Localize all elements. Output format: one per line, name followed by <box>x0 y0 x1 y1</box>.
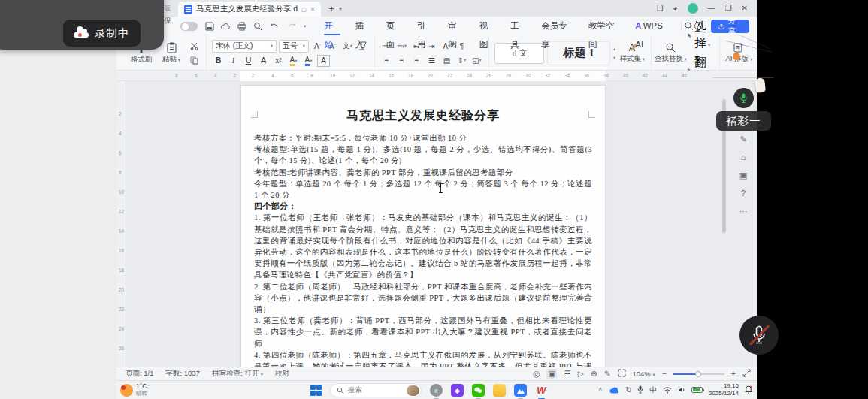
numbering-icon[interactable]: ≕▾ <box>395 40 408 52</box>
volume-icon[interactable] <box>678 383 685 397</box>
eye-protect-icon[interactable]: ◎ <box>533 370 540 378</box>
copy-icon[interactable] <box>188 54 201 66</box>
read-mode-icon[interactable]: ▷ <box>578 370 584 378</box>
side-edit-icon[interactable]: ✎ <box>739 135 746 144</box>
document-page[interactable]: 马克思主义发展史经验分享 考核方案：平时:期末=5:5，每位老师 10 分+课堂… <box>240 85 606 367</box>
onedrive-cloud-icon[interactable] <box>609 383 619 397</box>
change-case-icon[interactable]: 文▾ <box>341 40 354 52</box>
qat-caret-icon[interactable]: ▾ <box>304 23 306 29</box>
cloud-sync-icon[interactable] <box>221 22 231 31</box>
cut-icon[interactable] <box>188 40 201 52</box>
minimize-button[interactable]: — <box>708 5 715 12</box>
distribute-icon[interactable]: ▤ <box>440 54 453 66</box>
fullscreen-icon[interactable] <box>742 369 751 379</box>
undo-icon[interactable] <box>269 22 280 31</box>
share-button[interactable]: 分享 <box>711 20 749 33</box>
app-blue-icon[interactable] <box>514 384 527 397</box>
ribbon-tab-视图[interactable]: 视图 <box>472 17 503 36</box>
zoom-slider[interactable] <box>673 373 724 375</box>
mute-microphone-button[interactable] <box>739 316 779 355</box>
new-tab-button[interactable]: + <box>321 3 339 14</box>
highlight-button[interactable]: A▾ <box>287 55 300 67</box>
horizontal-ruler[interactable]: 8642246810121416182022242628303234363840… <box>116 71 757 81</box>
italic-button[interactable]: I <box>227 55 240 67</box>
proofread-button[interactable]: 校对 <box>275 369 289 379</box>
style-normal[interactable]: 正文 <box>494 43 544 64</box>
multi-window-icon[interactable]: ❑ <box>657 5 664 12</box>
font-color-button[interactable]: A▾ <box>302 55 315 67</box>
ribbon-tab-开始[interactable]: 开始 <box>316 17 347 36</box>
font-size-select[interactable]: 五号▾ <box>279 40 309 53</box>
ime-indicator[interactable]: 中 <box>649 386 657 394</box>
ribbon-tab-引用[interactable]: 引用 <box>410 17 440 36</box>
ribbon-tab-审阅[interactable]: 审阅 <box>440 17 471 36</box>
ribbon-tab-工具[interactable]: 工具 <box>503 17 534 36</box>
side-card-icon[interactable]: ▣ <box>739 171 747 180</box>
app-purple-icon[interactable]: ◆ <box>451 384 464 397</box>
taskbar-search[interactable]: 搜索 <box>330 383 422 397</box>
strikethrough-button[interactable]: A <box>257 55 270 67</box>
char-shading-button[interactable]: A <box>317 55 330 67</box>
zoom-out-button[interactable]: − <box>662 370 667 378</box>
fit-page-icon[interactable] <box>618 369 626 379</box>
page-view-icon[interactable]: ▣ <box>546 369 557 379</box>
justify-icon[interactable]: ☰ <box>425 54 438 66</box>
sync-icon[interactable]: ↻ <box>625 386 631 394</box>
recording-indicator[interactable]: 录制中 <box>63 20 141 47</box>
document-area[interactable]: 2468101214161820222426 马克思主义发展史经验分享 考核方案… <box>116 81 757 367</box>
print-preview-icon[interactable] <box>253 22 262 31</box>
vertical-ruler[interactable]: 2468101214161820222426 <box>116 81 126 367</box>
tab-close-icon[interactable]: ✕ <box>310 6 316 13</box>
file-explorer-icon[interactable] <box>493 384 506 397</box>
align-center-icon[interactable]: ≡ <box>395 54 408 66</box>
edit-mode-icon[interactable]: ✎ <box>604 370 611 378</box>
notification-bell-icon[interactable] <box>745 383 752 397</box>
wechat-icon[interactable] <box>472 384 485 397</box>
globe-icon[interactable]: ◕ <box>673 5 678 12</box>
wifi-icon[interactable] <box>663 383 672 397</box>
save-icon[interactable] <box>205 22 214 31</box>
superscript-button[interactable]: x² <box>272 55 285 67</box>
taskbar-weather-widget[interactable]: 1°C 晴转 <box>116 383 147 397</box>
font-name-select[interactable]: 宋体 (正文)▾ <box>212 40 277 53</box>
tab-list-caret-icon[interactable]: ▾ <box>339 5 342 12</box>
app-browser-icon[interactable]: e <box>430 384 443 397</box>
close-button[interactable]: ✕ <box>742 5 748 12</box>
start-button[interactable] <box>310 385 322 396</box>
style-down-icon[interactable]: ▾ <box>613 55 615 61</box>
paragraph-mark-icon[interactable]: ¶ <box>455 40 468 52</box>
document-tab[interactable]: 马克思主义发展史经验分享.d ◻ ✕ <box>178 2 321 17</box>
increase-indent-icon[interactable]: ⇥ <box>425 40 438 52</box>
web-view-icon[interactable]: ⊕ <box>591 370 597 378</box>
select-button[interactable]: 选择 ▾ <box>687 20 714 51</box>
ribbon-tab-教学空间[interactable]: 教学空间 <box>581 17 628 36</box>
taskbar-clock[interactable]: 19:16 2025/12/14 <box>709 382 739 397</box>
redo-icon[interactable] <box>286 22 297 31</box>
shading-icon[interactable]: ◱▾ <box>470 54 483 66</box>
word-count[interactable]: 字数: 1037 <box>166 369 200 379</box>
bold-button[interactable]: B <box>212 55 225 67</box>
increase-font-icon[interactable]: Aˆ <box>311 40 324 52</box>
restore-button[interactable]: ❐ <box>725 5 732 12</box>
underline-button[interactable]: U <box>242 55 255 67</box>
spellcheck-status[interactable]: 拼写检查: 打开 ▾ <box>212 369 263 379</box>
zoom-level[interactable]: 104% ▾ <box>633 370 655 378</box>
battery-icon[interactable] <box>691 387 703 393</box>
print-icon[interactable] <box>237 22 246 31</box>
autosave-toggle[interactable] <box>180 22 198 31</box>
align-right-icon[interactable]: ≡ <box>410 54 423 66</box>
account-avatar[interactable] <box>688 3 698 14</box>
ribbon-tab-页面[interactable]: 页面 <box>379 17 410 36</box>
style-heading1[interactable]: 标题 1 <box>547 41 610 65</box>
ribbon-tab-会员专享[interactable]: 会员专享 <box>534 17 581 36</box>
zoom-in-button[interactable]: + <box>731 370 736 378</box>
paste-button[interactable]: 粘贴 ▾ <box>158 42 185 65</box>
ribbon-tab-插入[interactable]: 插入 <box>348 17 379 36</box>
wps-taskbar-icon[interactable]: W <box>535 384 548 397</box>
side-skin-icon[interactable]: ⌂ <box>741 153 746 162</box>
ribbon-tab-WPS AI[interactable]: AWPS AI <box>628 17 677 36</box>
outline-view-icon[interactable]: ☴ <box>564 370 570 378</box>
side-more-icon[interactable]: ··· <box>739 207 748 216</box>
side-help-icon[interactable]: ? <box>741 189 746 198</box>
tray-mic-icon[interactable] <box>637 383 643 397</box>
